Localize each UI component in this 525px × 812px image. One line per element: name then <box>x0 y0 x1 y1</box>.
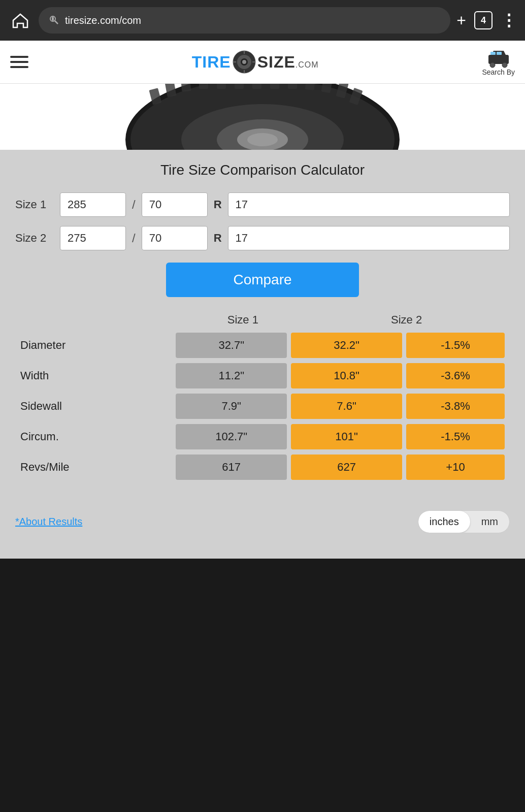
unit-mm-button[interactable]: mm <box>470 511 509 533</box>
svg-rect-22 <box>217 84 226 89</box>
bottom-space <box>0 538 525 559</box>
size1-label: Size 1 <box>15 198 56 211</box>
svg-point-6 <box>242 60 246 64</box>
result-size2: 101" <box>291 424 402 449</box>
logo-size: SIZE.com <box>257 53 319 72</box>
svg-rect-14 <box>490 52 496 55</box>
site-header: TIRE SIZE.com Search By <box>0 41 525 84</box>
result-diff: -1.5% <box>406 424 505 449</box>
calculator-title: Tire Size Comparison Calculator <box>15 162 510 178</box>
result-diff: -3.8% <box>406 394 505 419</box>
r-label2: R <box>212 232 224 245</box>
compare-button[interactable]: Compare <box>166 263 359 297</box>
footer: *About Results inches mm <box>0 500 525 538</box>
more-menu-button[interactable]: ⋮ <box>501 11 517 30</box>
unit-toggle: inches mm <box>418 510 510 533</box>
results-table: Diameter 32.7" 32.2" -1.5% Width 11.2" 1… <box>15 333 510 480</box>
home-button[interactable] <box>8 8 32 33</box>
result-row: Sidewall 7.9" 7.6" -3.8% <box>15 394 510 419</box>
result-label: Revs/Mile <box>20 461 172 474</box>
result-diff: +10 <box>406 454 505 480</box>
logo-tire: TIRE <box>192 53 231 72</box>
svg-rect-1 <box>52 17 54 21</box>
svg-line-2 <box>55 21 58 24</box>
result-size1: 32.7" <box>176 333 287 358</box>
result-row: Width 11.2" 10.8" -3.6% <box>15 363 510 388</box>
size1-rim-input[interactable] <box>228 192 510 217</box>
size1-width-input[interactable] <box>60 192 126 217</box>
result-size2: 7.6" <box>291 394 402 419</box>
results-header: Size 1 Size 2 <box>15 313 510 327</box>
hamburger-line <box>10 56 28 58</box>
svg-point-12 <box>490 62 495 68</box>
svg-point-13 <box>502 62 507 68</box>
svg-point-34 <box>247 133 278 146</box>
result-size1: 11.2" <box>176 363 287 388</box>
svg-rect-25 <box>270 84 279 89</box>
result-diff: -1.5% <box>406 333 505 358</box>
svg-rect-15 <box>497 52 502 55</box>
car-icon <box>485 48 512 68</box>
search-by-button[interactable]: Search By <box>482 48 515 76</box>
logo-tire-icon <box>232 50 256 74</box>
svg-rect-26 <box>288 84 297 89</box>
site-logo[interactable]: TIRE SIZE.com <box>192 50 319 74</box>
site-icon <box>49 15 60 26</box>
result-size2: 10.8" <box>291 363 402 388</box>
result-diff: -3.6% <box>406 363 505 388</box>
tire-image <box>120 84 405 150</box>
result-size1: 617 <box>176 454 287 480</box>
hamburger-line <box>10 61 28 63</box>
compare-button-wrap: Compare <box>15 263 510 297</box>
result-label: Circum. <box>20 430 172 443</box>
result-size2: 627 <box>291 454 402 480</box>
tire-hero-image <box>0 84 525 150</box>
svg-rect-21 <box>199 84 208 89</box>
tab-count[interactable]: 4 <box>474 11 493 29</box>
about-results-link[interactable]: *About Results <box>15 516 82 528</box>
result-label: Diameter <box>20 339 172 352</box>
r-label1: R <box>212 198 224 211</box>
result-size1: 102.7" <box>176 424 287 449</box>
result-label: Width <box>20 369 172 382</box>
browser-chrome: tiresize.com/com + 4 ⋮ <box>0 0 525 41</box>
svg-rect-27 <box>305 84 316 90</box>
col-header-size2: Size 2 <box>308 313 505 327</box>
size2-row: Size 2 / R <box>15 226 510 250</box>
svg-rect-23 <box>235 84 244 89</box>
slash2: / <box>130 231 138 245</box>
new-tab-button[interactable]: + <box>456 11 466 30</box>
col-header-size1: Size 1 <box>177 313 308 327</box>
url-text: tiresize.com/com <box>65 15 141 26</box>
size2-label: Size 2 <box>15 232 56 245</box>
result-row: Circum. 102.7" 101" -1.5% <box>15 424 510 449</box>
hamburger-menu[interactable] <box>10 56 28 68</box>
result-row: Diameter 32.7" 32.2" -1.5% <box>15 333 510 358</box>
unit-inches-button[interactable]: inches <box>418 511 470 533</box>
search-by-label: Search By <box>482 68 515 76</box>
slash1: / <box>130 198 138 212</box>
size1-row: Size 1 / R <box>15 192 510 217</box>
result-label: Sidewall <box>20 400 172 413</box>
result-size1: 7.9" <box>176 394 287 419</box>
size1-ratio-input[interactable] <box>142 192 208 217</box>
browser-actions: + 4 ⋮ <box>456 11 517 30</box>
svg-rect-24 <box>252 84 261 89</box>
calculator-card: Tire Size Comparison Calculator Size 1 /… <box>0 150 525 500</box>
size2-rim-input[interactable] <box>228 226 510 250</box>
size2-width-input[interactable] <box>60 226 126 250</box>
hamburger-line <box>10 66 28 68</box>
result-size2: 32.2" <box>291 333 402 358</box>
result-row: Revs/Mile 617 627 +10 <box>15 454 510 480</box>
address-bar[interactable]: tiresize.com/com <box>39 7 450 34</box>
size2-ratio-input[interactable] <box>142 226 208 250</box>
svg-rect-20 <box>181 84 191 92</box>
